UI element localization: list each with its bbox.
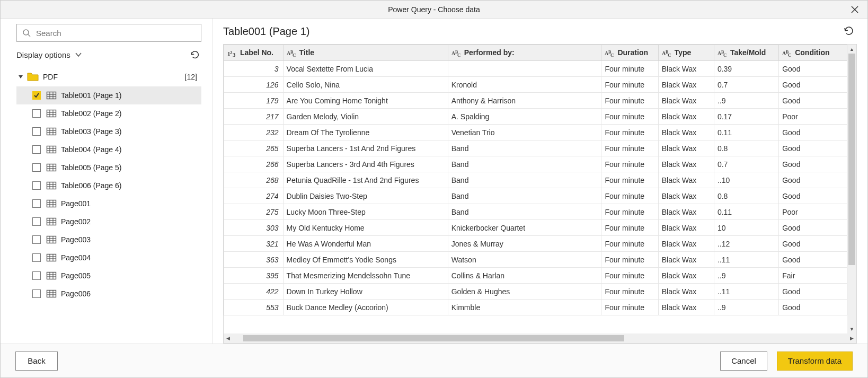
cell: Four minute <box>601 125 658 140</box>
cell: Down In Turkey Hollow <box>283 284 448 300</box>
checkbox[interactable] <box>32 253 41 262</box>
search-input[interactable] <box>35 28 196 38</box>
cell: Kimmble <box>448 300 601 315</box>
cell: Four minute <box>601 236 658 252</box>
table-row[interactable]: 422Down In Turkey HollowGolden & HughesF… <box>224 284 847 300</box>
refresh-navigator-button[interactable] <box>189 48 201 61</box>
checkbox[interactable] <box>32 145 41 154</box>
cell: Four minute <box>601 77 658 93</box>
table-row[interactable]: 232Dream Of The TyrolienneVenetian TrioF… <box>224 125 847 140</box>
table-row[interactable]: 274Dublin Daisies Two-StepBandFour minut… <box>224 188 847 204</box>
tree-item[interactable]: Table005 (Page 5) <box>16 159 201 177</box>
table-row[interactable]: 217Garden Melody, ViolinA. SpaldingFour … <box>224 109 847 125</box>
tree-item-label: Table005 (Page 5) <box>61 163 121 172</box>
table-row[interactable]: 321He Was A Wonderful ManJones & MurrayF… <box>224 236 847 252</box>
table-icon <box>46 289 57 298</box>
checkbox[interactable] <box>32 163 41 172</box>
column-name: Condition <box>795 48 829 57</box>
column-header[interactable]: Type <box>658 45 714 61</box>
tree-item[interactable]: Table006 (Page 6) <box>16 177 201 195</box>
table-row[interactable]: 179Are You Coming Home TonightAnthony & … <box>224 93 847 109</box>
table-row[interactable]: 265Superba Lancers - 1st And 2nd Figures… <box>224 140 847 156</box>
cell: 3 <box>224 61 284 77</box>
tree-item-label: Table002 (Page 2) <box>61 109 121 118</box>
tree-item[interactable]: Page003 <box>16 231 201 249</box>
cell: Good <box>779 300 847 315</box>
column-header[interactable]: Duration <box>601 45 658 61</box>
checkbox[interactable] <box>32 289 41 298</box>
tree-item[interactable]: Page005 <box>16 267 201 285</box>
table-row[interactable]: 3Vocal Sextette From LuciaFour minuteBla… <box>224 61 847 77</box>
cell: Black Wax <box>658 172 714 188</box>
cell: Good <box>779 156 847 172</box>
cell: Jones & Murray <box>448 236 601 252</box>
horizontal-scrollbar[interactable]: ◀ ▶ <box>224 333 856 343</box>
column-name: Type <box>675 48 692 57</box>
checkbox[interactable] <box>32 235 41 244</box>
checkbox[interactable] <box>32 109 41 118</box>
checkbox[interactable] <box>32 217 41 226</box>
tree-item[interactable]: Table002 (Page 2) <box>16 104 201 122</box>
cell: Black Wax <box>658 268 714 284</box>
cancel-button[interactable]: Cancel <box>720 351 767 371</box>
scrollbar-thumb[interactable] <box>243 335 624 341</box>
checkbox[interactable] <box>32 181 41 190</box>
cell: 179 <box>224 93 284 109</box>
tree-item[interactable]: Page001 <box>16 195 201 213</box>
cell: 0.8 <box>714 188 778 204</box>
tree-root-pdf[interactable]: PDF [12] <box>16 68 201 85</box>
table-row[interactable]: 266Superba Lancers - 3rd And 4th Figures… <box>224 156 847 172</box>
column-header[interactable]: Condition <box>779 45 847 61</box>
cell: Four minute <box>601 220 658 236</box>
tree-item[interactable]: Table004 (Page 4) <box>16 140 201 159</box>
display-options-dropdown[interactable] <box>74 50 83 59</box>
cell: Black Wax <box>658 300 714 315</box>
cell: A. Spalding <box>448 109 601 125</box>
cell: Band <box>448 156 601 172</box>
column-header[interactable]: Performed by: <box>448 45 601 61</box>
tree-item[interactable]: Page004 <box>16 249 201 267</box>
window-title: Power Query - Choose data <box>388 5 480 14</box>
folder-icon <box>27 72 39 82</box>
cell: Four minute <box>601 109 658 125</box>
tree-item[interactable]: Table001 (Page 1) <box>16 86 201 104</box>
table-icon <box>46 91 57 100</box>
dialog-body: Display options PDF [12] Table001 ( <box>1 19 867 344</box>
cell: Petunia QuadRille - 1st And 2nd Figures <box>283 172 448 188</box>
refresh-icon <box>843 25 855 37</box>
checkbox[interactable] <box>32 91 41 100</box>
cell: Four minute <box>601 156 658 172</box>
cell: Black Wax <box>658 284 714 300</box>
column-header[interactable]: Title <box>283 45 448 61</box>
cell: Kronold <box>448 77 601 93</box>
cell: Four minute <box>601 188 658 204</box>
scrollbar-thumb[interactable] <box>848 54 855 265</box>
tree-item[interactable]: Table003 (Page 3) <box>16 122 201 140</box>
column-header[interactable]: Label No. <box>224 45 284 61</box>
column-header[interactable]: Take/Mold <box>714 45 778 61</box>
table-row[interactable]: 275Lucky Moon Three-StepBandFour minuteB… <box>224 204 847 220</box>
column-name: Duration <box>617 48 648 57</box>
table-row[interactable]: 395That Mesmerizing Mendelssohn TuneColl… <box>224 268 847 284</box>
tree-item[interactable]: Page006 <box>16 285 201 303</box>
checkbox[interactable] <box>32 127 41 136</box>
search-input-wrapper[interactable] <box>16 24 201 42</box>
checkbox[interactable] <box>32 199 41 208</box>
table-row[interactable]: 303My Old Kentucky HomeKnickerbocker Qua… <box>224 220 847 236</box>
back-button[interactable]: Back <box>15 351 58 371</box>
table-row[interactable]: 553Buck Dance Medley (Accorion)KimmbleFo… <box>224 300 847 315</box>
table-row[interactable]: 126Cello Solo, NinaKronoldFour minuteBla… <box>224 77 847 93</box>
refresh-preview-button[interactable] <box>841 23 857 40</box>
cell: Band <box>448 188 601 204</box>
table-row[interactable]: 268Petunia QuadRille - 1st And 2nd Figur… <box>224 172 847 188</box>
close-button[interactable] <box>847 2 862 17</box>
transform-data-button[interactable]: Transform data <box>777 351 853 371</box>
vertical-scrollbar[interactable]: ▲ ▼ <box>847 45 856 333</box>
cell: Cello Solo, Nina <box>283 77 448 93</box>
cell: Superba Lancers - 3rd And 4th Figures <box>283 156 448 172</box>
checkbox[interactable] <box>32 271 41 280</box>
cell: 232 <box>224 125 284 140</box>
table-row[interactable]: 363Medley Of Emmett's Yodle SongsWatsonF… <box>224 252 847 268</box>
tree-item[interactable]: Page002 <box>16 213 201 231</box>
check-icon <box>33 92 40 99</box>
